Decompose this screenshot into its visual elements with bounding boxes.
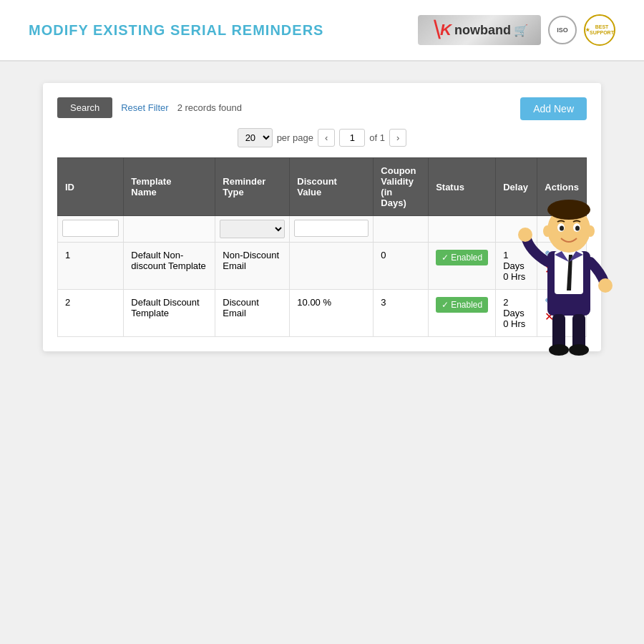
filter-discount-cell (290, 216, 374, 243)
svg-point-7 (560, 226, 564, 231)
toolbar: Search Reset Filter 2 records found (57, 97, 587, 118)
cell-template-2: Default Discount Template (124, 290, 215, 337)
col-discount-value: DiscountValue (290, 158, 374, 216)
filter-template-cell (124, 216, 215, 243)
cart-icon: 🛒 (514, 24, 528, 37)
search-button[interactable]: Search (57, 97, 112, 118)
add-new-button[interactable]: Add New (520, 97, 587, 120)
check-icon-2 (441, 300, 449, 310)
cell-status-2: Enabled (429, 290, 496, 337)
table-row: 1 Default Non-discount Template Non-Disc… (58, 243, 587, 290)
col-status: Status (429, 158, 496, 216)
reset-filter-link[interactable]: Reset Filter (121, 102, 168, 113)
cell-discount-2: 10.00 % (290, 290, 374, 337)
cell-coupon-2: 3 (374, 290, 429, 337)
cell-id-1: 1 (58, 243, 124, 290)
check-icon-1 (441, 253, 449, 263)
filter-status-cell (429, 216, 496, 243)
status-badge-2: Enabled (436, 297, 488, 313)
col-id: ID (58, 158, 124, 216)
cell-reminder-2: Discount Email (215, 290, 290, 337)
best-support-badge: ★BEST SUPPORT (584, 14, 615, 46)
page-title: MODIFY EXISTING SERIAL REMINDERS (29, 22, 323, 39)
reminders-table: ID TemplateName ReminderType DiscountVal… (57, 157, 587, 337)
filter-coupon-cell (374, 216, 429, 243)
svg-point-8 (575, 226, 580, 231)
per-page-select[interactable]: 20 (238, 128, 273, 147)
col-template-name: TemplateName (124, 158, 215, 216)
knowband-logo: ╲K nowband 🛒 (418, 15, 541, 45)
character-illustration (515, 158, 623, 358)
character-svg (515, 158, 623, 358)
logo-nowband-text: nowband (454, 23, 511, 38)
filter-id-input[interactable] (62, 220, 119, 237)
filter-reminder-select[interactable] (220, 220, 285, 238)
status-badge-1: Enabled (436, 250, 488, 265)
cell-coupon-1: 0 (374, 243, 429, 290)
cell-template-1: Default Non-discount Template (124, 243, 215, 290)
logo-k-letter: ╲K (431, 21, 452, 39)
per-page-label: per page (277, 132, 313, 143)
main-content: Add New Search Reset Filter 2 records fo… (0, 62, 644, 373)
cell-status-1: Enabled (429, 243, 496, 290)
col-coupon-validity: CouponValidity (inDays) (374, 158, 429, 216)
iso-badge: ISO (548, 16, 577, 44)
svg-point-15 (549, 344, 569, 356)
page-number-input[interactable] (339, 129, 365, 147)
filter-discount-input[interactable] (294, 220, 369, 237)
svg-point-4 (547, 200, 590, 220)
table-row: 2 Default Discount Template Discount Ema… (58, 290, 587, 337)
page-header: MODIFY EXISTING SERIAL REMINDERS ╲K nowb… (0, 0, 644, 62)
records-count: 2 records found (177, 102, 242, 113)
filter-reminder-cell (215, 216, 290, 243)
pagination-bar: 20 per page ‹ of 1 › (57, 128, 587, 147)
svg-point-9 (543, 225, 552, 237)
filter-id-cell (58, 216, 124, 243)
filter-row (58, 216, 587, 243)
svg-point-10 (586, 225, 595, 237)
prev-page-button[interactable]: ‹ (318, 129, 335, 147)
table-header-row: ID TemplateName ReminderType DiscountVal… (58, 158, 587, 216)
logo-area: ╲K nowband 🛒 ISO ★BEST SUPPORT (418, 14, 615, 46)
svg-point-12 (598, 278, 613, 293)
cell-reminder-1: Non-Discount Email (215, 243, 290, 290)
svg-point-16 (569, 344, 589, 356)
cell-discount-1 (290, 243, 374, 290)
next-page-button[interactable]: › (389, 129, 406, 147)
page-of-label: of 1 (369, 132, 385, 143)
svg-point-11 (518, 228, 532, 242)
col-reminder-type: ReminderType (215, 158, 290, 216)
cell-id-2: 2 (58, 290, 124, 337)
